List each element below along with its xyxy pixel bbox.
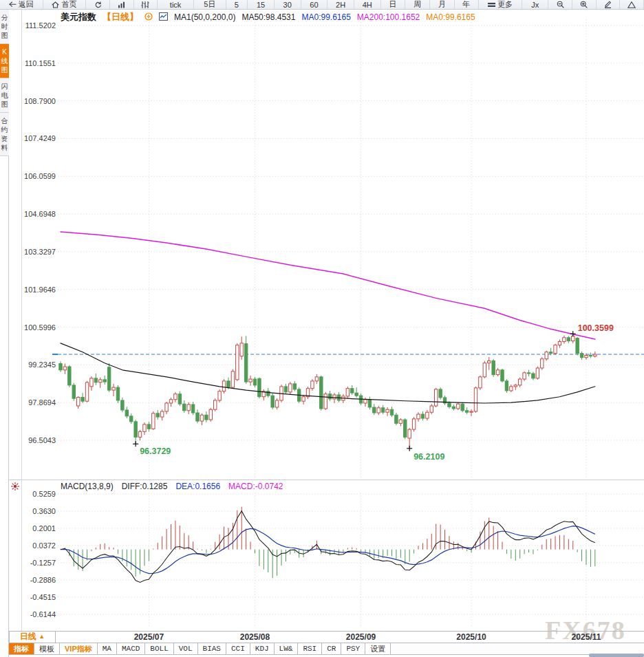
toolbar-zoom-in-button[interactable] <box>572 0 597 9</box>
toolbar-period-30m-button[interactable]: 30 <box>275 0 301 9</box>
ma0-orange-value: MA0:99.6165 <box>426 12 475 22</box>
toolbar-period-tick-label: tick <box>170 0 182 8</box>
volume-icon <box>141 1 149 8</box>
low-price-label-september: 96.2109 <box>414 452 444 462</box>
toolbar-period-tick-button[interactable]: tick <box>158 0 194 9</box>
time-axis-row: 日线 ▲ 2025/072025/082025/092025/102025/11 <box>0 631 644 643</box>
pencil-icon <box>604 1 612 8</box>
toolbar-indicator-jx-label: Jx <box>531 0 539 8</box>
menu-icon <box>488 2 495 8</box>
toolbar-chart-style-button[interactable] <box>110 0 134 9</box>
indicator-tab-lw[interactable]: LW& <box>275 643 299 654</box>
refresh-icon <box>94 1 102 8</box>
macd-axis-label: -0.2886 <box>13 576 56 584</box>
macd-bar-value: MACD:-0.0742 <box>228 482 283 491</box>
toolbar-period-30m-label: 30 <box>283 0 292 8</box>
indicator-tab-macd[interactable]: MACD <box>117 643 145 654</box>
toolbar-period-month-button[interactable]: 月 <box>430 0 455 9</box>
ma-settings-label: MA1(50,0,200,0) <box>174 12 235 22</box>
toolbar-period-60m-button[interactable]: 60 <box>301 0 328 9</box>
indicator-tab-cr[interactable]: CR <box>322 643 341 654</box>
indicator-tab-ma[interactable]: MA <box>98 643 117 654</box>
tabbar-filler <box>391 643 644 654</box>
sidebar-tab-contract-info[interactable]: 合约资料 <box>0 113 9 156</box>
price-axis-label: 101.9646 <box>13 286 56 294</box>
macd-axis-label: -0.6144 <box>13 610 56 618</box>
macd-axis-label: 0.0372 <box>13 541 56 550</box>
indicator-tab-vol[interactable]: VOL <box>174 643 198 654</box>
toolbar-refresh-button[interactable] <box>86 0 110 9</box>
toolbar-period-5m-label: 5 <box>235 0 239 8</box>
price-axis-label: 107.4249 <box>13 134 56 142</box>
back-icon <box>9 1 17 8</box>
indicator-tabbar: 指标模板VIP指标MAMACDBOLLVOLBIASCCIKDJLW&RSICR… <box>9 643 644 655</box>
sidebar-tab-flash-chart[interactable]: 闪电图 <box>0 78 9 113</box>
indicator-tab-boll[interactable]: BOLL <box>145 643 173 654</box>
indicator-settings-icon[interactable] <box>144 12 153 23</box>
toolbar-home-button[interactable]: 首页 <box>43 0 87 9</box>
price-axis-label: 96.5043 <box>13 436 56 444</box>
zoom-in-icon <box>580 1 588 8</box>
macd-axis-label: -0.4515 <box>13 593 56 601</box>
macd-diff-value: DIFF:0.1285 <box>122 482 168 491</box>
toolbar-draw-button[interactable] <box>597 0 621 9</box>
toolbar-shapes-button[interactable] <box>620 0 644 9</box>
toolbar-period-week-button[interactable]: 周 <box>405 0 430 9</box>
price-axis-label: 106.0599 <box>13 172 56 180</box>
triangle-icon <box>627 1 636 8</box>
toolbar-back-label: 返回 <box>19 0 34 9</box>
toolbar-more-button[interactable]: 更多 <box>479 0 522 9</box>
sidebar-tab-time-chart[interactable]: 分时图 <box>0 10 9 44</box>
xaxis-month-label: 2025/07 <box>134 632 164 642</box>
indicator-tab-kdj[interactable]: KDJ <box>250 643 275 654</box>
toolbar-zoom-out-button[interactable] <box>548 0 572 9</box>
price-axis-label: 110.1551 <box>13 59 56 67</box>
toolbar-back-button[interactable]: 返回 <box>0 0 43 9</box>
high-price-label: 100.3599 <box>578 323 614 333</box>
toolbar-period-5d-button[interactable]: 5日 <box>194 0 226 9</box>
toolbar-period-4h-button[interactable]: 4H <box>354 0 381 9</box>
toolbar-indicator-jx-button[interactable]: Jx <box>522 0 549 9</box>
period-selector-button[interactable]: 日线 ▲ <box>9 632 56 643</box>
xaxis-month-label: 2025/09 <box>346 632 376 642</box>
macd-axis-label: 0.3630 <box>13 507 56 515</box>
toolbar-period-15m-button[interactable]: 15 <box>248 0 275 9</box>
bar-chart-icon <box>118 1 126 8</box>
macd-settings-icon[interactable] <box>10 482 20 494</box>
price-axis-label: 108.7900 <box>13 97 56 105</box>
price-axis-label: 103.3297 <box>13 248 56 256</box>
toolbar-period-2h-label: 2H <box>336 0 345 8</box>
price-axis-label: 99.2345 <box>13 360 56 369</box>
price-axis-label: 111.5202 <box>13 21 56 30</box>
indicator-tab-rsi[interactable]: RSI <box>298 643 322 654</box>
indicator-tab-cci[interactable]: CCI <box>226 643 250 654</box>
indicator-tab-设置[interactable]: 设置 <box>365 643 391 654</box>
indicator-tab-psy[interactable]: PSY <box>341 643 365 654</box>
toolbar-period-year-button[interactable]: 年 <box>455 0 480 9</box>
price-axis-label: 104.6948 <box>13 210 56 218</box>
toolbar-period-15m-label: 15 <box>257 0 265 8</box>
indicator-tab-模板[interactable]: 模板 <box>34 643 60 654</box>
home-icon <box>52 1 59 8</box>
period-tag: 【日线】 <box>103 11 138 23</box>
price-axis-label: 97.8694 <box>13 398 56 407</box>
toolbar-home-label: 首页 <box>61 0 76 9</box>
indicator-tab-bias[interactable]: BIAS <box>198 643 226 654</box>
indicator-tab-指标[interactable]: 指标 <box>9 643 34 654</box>
macd-title: MACD(13,8,9) <box>61 482 114 491</box>
ma200-value: MA200:100.1652 <box>357 12 420 22</box>
chart-type-icon[interactable] <box>159 12 168 23</box>
toolbar-period-5m-button[interactable]: 5 <box>226 0 248 9</box>
toolbar-period-month-label: 月 <box>438 0 446 9</box>
price-pane-header: 美元指数 【日线】 MA1(50,0,200,0) MA50:98.4531 M… <box>61 11 475 23</box>
horizontal-scrollbar[interactable] <box>589 654 644 657</box>
chart-canvas[interactable] <box>0 0 644 657</box>
toolbar-period-day-button[interactable]: 日 <box>381 0 406 9</box>
toolbar-more-label: 更多 <box>497 0 513 9</box>
toolbar-period-60m-label: 60 <box>310 0 318 8</box>
toolbar-volume-style-button[interactable] <box>134 0 158 9</box>
sidebar-tab-kline-chart[interactable]: K线图 <box>0 44 9 78</box>
toolbar-period-week-label: 周 <box>414 0 421 9</box>
toolbar-period-2h-button[interactable]: 2H <box>328 0 354 9</box>
indicator-tab-vip指标[interactable]: VIP指标 <box>60 643 98 654</box>
